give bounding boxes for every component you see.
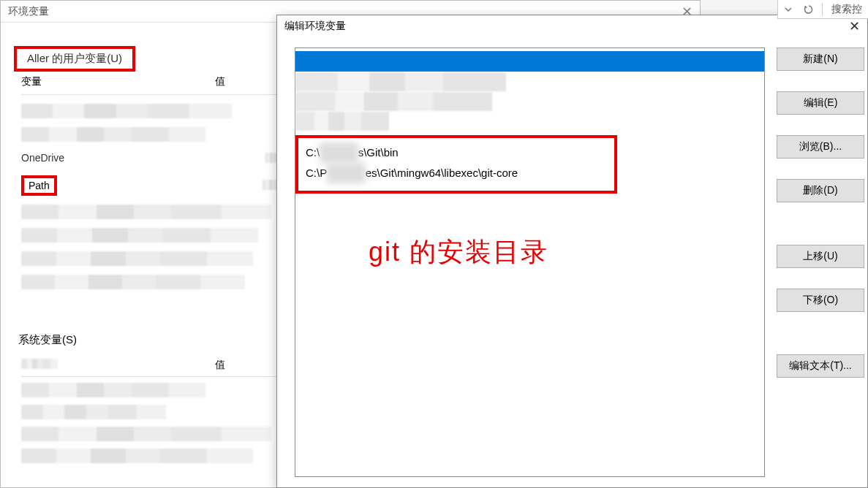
new-button[interactable]: 新建(N) [777,47,864,71]
path-entry-git-bin[interactable]: C:\xxxxxxxs\Git\bin [306,142,607,163]
sys-vars-list[interactable]: 值 NUM [21,359,284,488]
user-vars-list[interactable]: 变量 值 OneDrive Path [21,74,284,293]
edit-env-var-dialog: 编辑环境变量 ✕ C:\xxxxxxxs\Git\bin C:\Pxxxxxxx… [276,15,868,488]
col-value[interactable]: 值 [215,359,284,372]
blurred-row [21,275,245,289]
path-label: Path [29,180,50,191]
user-vars-section-label: Aller 的用户变量(U) [21,49,128,67]
path-entry-blurred[interactable] [295,72,506,91]
delete-button[interactable]: 删除(D) [777,179,864,202]
blurred-row [21,449,253,463]
move-up-button[interactable]: 上移(U) [777,245,864,268]
page-toolbar: 搜索控 [777,0,868,19]
move-down-button[interactable]: 下移(O) [777,289,864,312]
blurred-row [21,205,271,219]
search-label[interactable]: 搜索控 [829,3,865,16]
list-header: 变量 值 [21,74,284,95]
annotation-label: git 的安装目录 [369,235,548,270]
edit-button[interactable]: 编辑(E) [777,91,864,115]
blurred-text: xxxxxxx [327,163,366,183]
path-entry-blurred[interactable] [295,112,389,131]
edit-text-button[interactable]: 编辑文本(T)... [777,354,864,378]
toolbar-separator [822,3,823,16]
close-icon[interactable]: ✕ [849,18,860,34]
git-paths-highlight: C:\xxxxxxxs\Git\bin C:\Pxxxxxxxes\Git\mi… [295,135,617,194]
path-text: es\Git\mingw64\libexec\git-core [366,167,518,179]
path-entry-blurred[interactable] [295,92,492,111]
onedrive-label: OneDrive [21,152,64,164]
sys-list-header: 值 [21,359,284,377]
sys-vars-section-label: 系统变量(S) [18,333,77,347]
blurred-row [21,127,205,142]
blurred-row [21,104,232,118]
dialog-button-column: 新建(N) 编辑(E) 浏览(B)... 删除(D) 上移(U) 下移(O) 编… [777,47,864,477]
col-variable-blur [21,359,215,372]
refresh-icon[interactable] [801,2,816,17]
path-text: C:\P [306,167,327,179]
dialog-title: 编辑环境变量 [284,20,346,33]
blurred-row [21,427,271,441]
path-entries-list[interactable]: C:\xxxxxxxs\Git\bin C:\Pxxxxxxxes\Git\mi… [295,47,765,477]
blurred-row [21,228,258,243]
list-item-onedrive[interactable]: OneDrive [21,150,284,165]
dialog-title: 环境变量 [8,5,49,18]
path-text: s\Git\bin [358,146,399,159]
list-item-path-highlight[interactable]: Path [21,175,57,196]
path-entry-selected[interactable] [295,51,764,72]
path-text: C:\ [306,146,320,159]
blurred-text: xxxxxxx [320,142,358,163]
col-variable[interactable]: 变量 [21,75,215,88]
path-entry-git-core[interactable]: C:\Pxxxxxxxes\Git\mingw64\libexec\git-co… [306,163,607,183]
blurred-row [21,383,205,397]
blurred-row [21,251,253,266]
dropdown-icon[interactable] [781,2,796,17]
col-value[interactable]: 值 [215,75,284,88]
user-vars-section-highlight: Aller 的用户变量(U) [14,46,135,72]
browse-button[interactable]: 浏览(B)... [777,135,864,159]
blurred-row [21,405,166,419]
